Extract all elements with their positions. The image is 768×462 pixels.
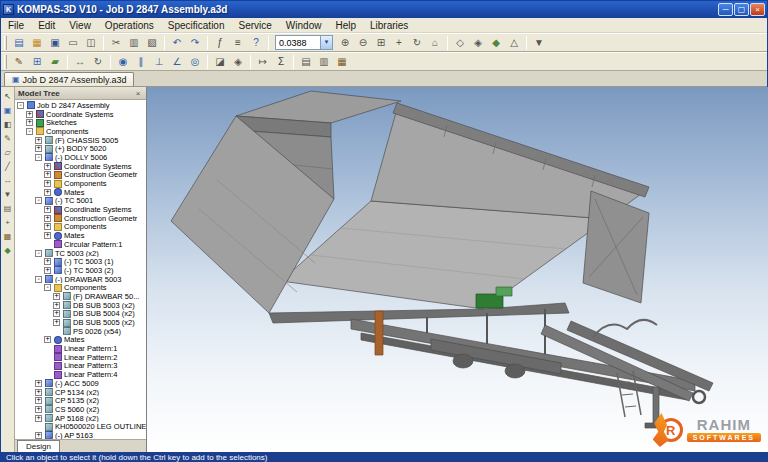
menu-item-libraries[interactable]: Libraries xyxy=(363,20,415,31)
sketch-tool-button[interactable]: ✎ xyxy=(1,132,14,146)
menu-item-specification[interactable]: Specification xyxy=(161,20,232,31)
menu-item-operations[interactable]: Operations xyxy=(98,20,161,31)
tree-item[interactable]: KH0500020 LEG OUTLINE xyxy=(15,422,146,431)
model-tree[interactable]: -Job D 2847 Assembly+Coordinate Systems+… xyxy=(15,100,146,439)
angle-mate-button[interactable]: ∠ xyxy=(168,54,186,70)
tree-toggle[interactable]: + xyxy=(53,319,60,326)
tree-toggle[interactable]: + xyxy=(44,223,51,230)
tree-toggle[interactable]: + xyxy=(44,336,51,343)
help-button[interactable]: ? xyxy=(247,35,265,51)
undo-button[interactable]: ↶ xyxy=(168,35,186,51)
perpendicular-mate-button[interactable]: ⊥ xyxy=(150,54,168,70)
tree-item[interactable]: Circular Pattern:1 xyxy=(15,240,146,249)
orientation-button[interactable]: ▼ xyxy=(530,35,548,51)
tree-toggle[interactable]: + xyxy=(44,258,51,265)
library-tool-button[interactable]: ▦ xyxy=(1,230,14,244)
move-component-button[interactable]: ↔ xyxy=(71,54,89,70)
tab-design[interactable]: Design xyxy=(17,440,60,452)
filter-tool-button[interactable]: ▼ xyxy=(1,188,14,202)
perspective-button[interactable]: △ xyxy=(505,35,523,51)
tree-item[interactable]: PS 0026 (x54) xyxy=(15,327,146,336)
macro-tool-button[interactable]: ◆ xyxy=(1,244,14,258)
report-button[interactable]: ▥ xyxy=(315,54,333,70)
tree-toggle[interactable]: - xyxy=(17,102,24,109)
tree-item[interactable]: -Components xyxy=(15,283,146,292)
cut-button[interactable]: ✂ xyxy=(107,35,125,51)
tree-item[interactable]: -Components xyxy=(15,127,146,136)
tree-toggle[interactable]: + xyxy=(35,389,42,396)
menu-item-service[interactable]: Service xyxy=(231,20,278,31)
tree-toggle[interactable]: - xyxy=(35,197,42,204)
tree-toggle[interactable]: + xyxy=(35,432,42,439)
rotate-component-button[interactable]: ↻ xyxy=(89,54,107,70)
tree-item[interactable]: +AP 5168 (x2) xyxy=(15,414,146,423)
tree-toggle[interactable]: + xyxy=(44,206,51,213)
measure-tool-button[interactable]: + xyxy=(1,216,14,230)
tree-item[interactable]: +Construction Geometr xyxy=(15,171,146,180)
tree-item[interactable]: +Components xyxy=(15,223,146,232)
tree-toggle[interactable]: + xyxy=(44,180,51,187)
toolbar-drag-handle[interactable] xyxy=(4,55,7,69)
tree-item[interactable]: +(+) BODY 5020 xyxy=(15,144,146,153)
parallel-mate-button[interactable]: ∥ xyxy=(132,54,150,70)
rotate-view-button[interactable]: ↻ xyxy=(408,35,426,51)
tree-toggle[interactable]: + xyxy=(44,232,51,239)
panel-close-icon[interactable]: × xyxy=(133,89,143,98)
edit-component-button[interactable]: ✎ xyxy=(10,54,28,70)
open-document-button[interactable]: ▦ xyxy=(28,35,46,51)
dimension-tool-button[interactable]: ↔ xyxy=(1,174,14,188)
toolbar-drag-handle[interactable] xyxy=(4,36,7,50)
tree-toggle[interactable]: + xyxy=(53,293,60,300)
mass-properties-button[interactable]: Σ xyxy=(272,54,290,70)
tree-item[interactable]: +(F) DRAWBAR 50... xyxy=(15,292,146,301)
measure-button[interactable]: ↦ xyxy=(254,54,272,70)
tree-item[interactable]: +(-) AP 5163 xyxy=(15,431,146,439)
tree-item[interactable]: +DB SUB 5003 (x2) xyxy=(15,301,146,310)
tree-toggle[interactable]: + xyxy=(53,302,60,309)
section-view-button[interactable]: ◪ xyxy=(211,54,229,70)
shaded-button[interactable]: ◆ xyxy=(487,35,505,51)
plane-tool-button[interactable]: ▱ xyxy=(1,146,14,160)
tree-item[interactable]: +Mates xyxy=(15,336,146,345)
tree-item[interactable]: +(-) ACC 5009 xyxy=(15,379,146,388)
tree-toggle[interactable]: + xyxy=(35,397,42,404)
menu-item-edit[interactable]: Edit xyxy=(31,20,62,31)
tree-toggle[interactable]: - xyxy=(35,154,42,161)
component-tool-button[interactable]: ▣ xyxy=(1,104,14,118)
tree-toggle[interactable]: - xyxy=(44,284,51,291)
trailer-body[interactable] xyxy=(171,91,649,323)
menu-item-help[interactable]: Help xyxy=(328,20,363,31)
tree-toggle[interactable]: + xyxy=(26,111,33,118)
menu-item-view[interactable]: View xyxy=(62,20,98,31)
tree-item[interactable]: +Components xyxy=(15,179,146,188)
tree-toggle[interactable]: - xyxy=(26,128,33,135)
new-document-button[interactable]: ▤ xyxy=(10,35,28,51)
tree-toggle[interactable]: + xyxy=(44,163,51,170)
properties-button[interactable]: ≡ xyxy=(229,35,247,51)
tree-item[interactable]: +Sketches xyxy=(15,118,146,127)
spec-tool-button[interactable]: ▤ xyxy=(1,202,14,216)
maximize-button[interactable]: ▢ xyxy=(734,3,749,16)
tree-toggle[interactable]: + xyxy=(44,171,51,178)
copy-button[interactable]: ▥ xyxy=(125,35,143,51)
pointer-button[interactable]: ↖ xyxy=(1,90,14,104)
combo-dropdown-icon[interactable]: ▼ xyxy=(320,36,332,49)
add-component-button[interactable]: ⊞ xyxy=(28,54,46,70)
titlebar[interactable]: K KOMPAS-3D V10 - Job D 2847 Assembly.a3… xyxy=(1,1,767,18)
surface-tool-button[interactable]: ◧ xyxy=(1,118,14,132)
print-button[interactable]: ▭ xyxy=(64,35,82,51)
tree-item[interactable]: +Coordinate Systems xyxy=(15,110,146,119)
tree-toggle[interactable]: + xyxy=(44,215,51,222)
hidden-line-button[interactable]: ◈ xyxy=(469,35,487,51)
tree-toggle[interactable]: - xyxy=(35,250,42,257)
tree-item[interactable]: +CP 5134 (x2) xyxy=(15,388,146,397)
menu-item-window[interactable]: Window xyxy=(279,20,329,31)
create-assembly-button[interactable]: ▰ xyxy=(46,54,64,70)
preview-button[interactable]: ◫ xyxy=(82,35,100,51)
paste-button[interactable]: ▧ xyxy=(143,35,161,51)
model-tree-caption[interactable]: Model Tree × xyxy=(15,87,146,100)
tree-toggle[interactable]: + xyxy=(35,406,42,413)
tree-toggle[interactable]: + xyxy=(35,145,42,152)
tree-item[interactable]: +Coordinate Systems xyxy=(15,162,146,171)
tree-toggle[interactable]: + xyxy=(35,380,42,387)
